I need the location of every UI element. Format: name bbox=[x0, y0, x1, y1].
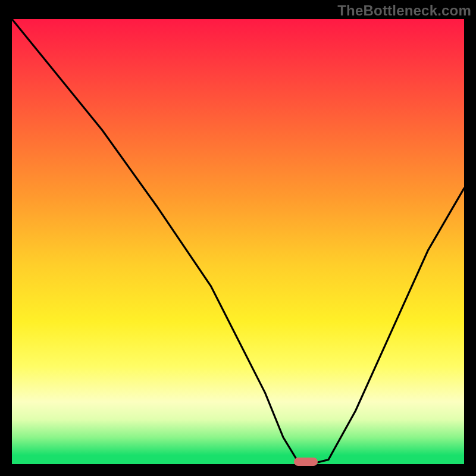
plot-area bbox=[12, 19, 464, 464]
background-gradient bbox=[12, 19, 464, 464]
watermark-text: TheBottleneck.com bbox=[337, 2, 471, 19]
optimal-marker bbox=[294, 458, 318, 466]
chart-frame: TheBottleneck.com bbox=[0, 0, 476, 476]
